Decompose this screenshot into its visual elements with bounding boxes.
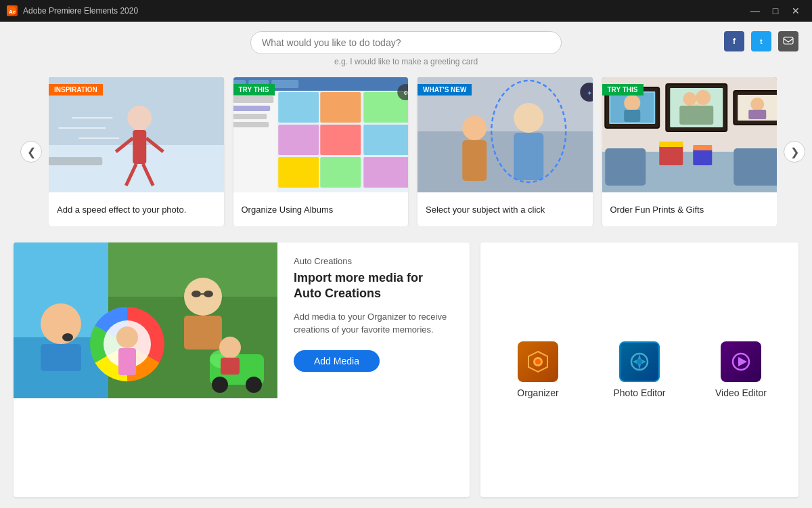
close-button[interactable]: ✕ bbox=[786, 1, 805, 20]
svg-rect-32 bbox=[363, 125, 408, 155]
card-label-1: Add a speed effect to your photo. bbox=[49, 192, 224, 226]
svg-rect-4 bbox=[784, 37, 793, 44]
svg-point-7 bbox=[127, 106, 152, 130]
search-input[interactable] bbox=[250, 31, 562, 54]
svg-point-40 bbox=[514, 103, 543, 133]
svg-rect-28 bbox=[320, 92, 361, 123]
maximize-button[interactable]: □ bbox=[766, 1, 785, 20]
svg-rect-65 bbox=[734, 148, 777, 186]
auto-creations-image bbox=[14, 242, 277, 398]
svg-rect-31 bbox=[320, 125, 361, 155]
video-editor-app-item[interactable]: Video Editor bbox=[697, 341, 785, 398]
card-image-3: ✦ WHAT'S NEW bbox=[418, 77, 593, 192]
search-hint: e.g. I would like to make a greeting car… bbox=[334, 57, 478, 66]
organizer-app-name: Organizer bbox=[517, 387, 558, 398]
svg-text:Ae: Ae bbox=[9, 9, 16, 15]
cards-container: INSPIRATION Add a speed effect to your p… bbox=[49, 77, 777, 226]
svg-text:t: t bbox=[760, 38, 763, 45]
next-arrow[interactable]: ❯ bbox=[784, 141, 805, 163]
cards-section: ❮ bbox=[0, 72, 812, 232]
card-prints[interactable]: TRY THIS Order Fun Prints & Gifts bbox=[602, 77, 777, 226]
svg-rect-91 bbox=[221, 358, 240, 375]
main-content: e.g. I would like to make a greeting car… bbox=[0, 22, 812, 508]
svg-text:f: f bbox=[733, 37, 736, 46]
svg-point-84 bbox=[116, 326, 138, 348]
auto-creations-content: Auto Creations Import more media for Aut… bbox=[277, 242, 470, 497]
app-launcher: Organizer Photo Editor bbox=[480, 242, 798, 497]
svg-rect-67 bbox=[659, 142, 683, 147]
svg-text:✦: ✦ bbox=[587, 89, 592, 97]
svg-point-74 bbox=[41, 303, 81, 344]
photo-editor-app-item[interactable]: Photo Editor bbox=[595, 341, 683, 398]
video-editor-app-name: Video Editor bbox=[715, 387, 767, 398]
card-badge-trythis-1: TRY THIS bbox=[233, 84, 275, 96]
svg-rect-64 bbox=[605, 148, 646, 186]
svg-rect-52 bbox=[624, 110, 640, 122]
svg-point-96 bbox=[637, 359, 642, 364]
card-label-2: Organize Using Albums bbox=[233, 192, 409, 226]
svg-rect-26 bbox=[233, 122, 269, 127]
social-icons: f t bbox=[724, 31, 798, 51]
svg-rect-35 bbox=[363, 157, 408, 188]
svg-text:⚙: ⚙ bbox=[403, 90, 407, 96]
card-label-4: Order Fun Prints & Gifts bbox=[602, 192, 777, 226]
svg-rect-21 bbox=[271, 80, 298, 88]
card-badge-trythis-2: TRY THIS bbox=[602, 84, 644, 96]
card-inspiration[interactable]: INSPIRATION Add a speed effect to your p… bbox=[49, 77, 224, 226]
video-editor-icon-wrap bbox=[721, 341, 761, 382]
card-label-3: Select your subject with a click bbox=[418, 192, 593, 226]
photo-editor-icon-wrap bbox=[619, 341, 660, 382]
card-badge-whatsnew: WHAT'S NEW bbox=[418, 84, 472, 96]
svg-point-87 bbox=[212, 377, 228, 393]
card-albums[interactable]: ⚙ TRY THIS Organize Using Albums bbox=[233, 77, 409, 226]
svg-marker-98 bbox=[738, 357, 747, 366]
chevron-left-icon: ❮ bbox=[27, 146, 36, 158]
svg-rect-66 bbox=[659, 145, 683, 165]
svg-rect-69 bbox=[693, 145, 712, 150]
card-badge-inspiration: INSPIRATION bbox=[49, 84, 103, 96]
topbar: e.g. I would like to make a greeting car… bbox=[0, 22, 812, 72]
svg-rect-41 bbox=[514, 133, 543, 180]
svg-point-79 bbox=[191, 291, 201, 297]
svg-point-42 bbox=[462, 116, 487, 140]
organizer-app-item[interactable]: Organizer bbox=[494, 341, 582, 398]
svg-point-61 bbox=[750, 98, 764, 111]
svg-rect-27 bbox=[278, 92, 319, 123]
svg-rect-16 bbox=[49, 157, 102, 165]
organizer-icon-wrap bbox=[518, 341, 558, 382]
card-image-2: ⚙ TRY THIS bbox=[233, 77, 409, 192]
auto-creations-panel: Auto Creations Import more media for Aut… bbox=[14, 242, 470, 497]
card-image-1: INSPIRATION bbox=[49, 77, 224, 192]
svg-point-90 bbox=[219, 337, 241, 358]
auto-creations-label: Auto Creations bbox=[294, 256, 453, 266]
twitter-icon[interactable]: t bbox=[751, 31, 771, 51]
app-title: Adobe Premiere Elements 2020 bbox=[23, 6, 746, 16]
message-icon[interactable] bbox=[778, 31, 798, 51]
app-icon: Ae bbox=[7, 5, 18, 16]
facebook-icon[interactable]: f bbox=[724, 31, 744, 51]
titlebar: Ae Adobe Premiere Elements 2020 — □ ✕ bbox=[0, 0, 812, 22]
minimize-button[interactable]: — bbox=[746, 1, 765, 20]
svg-point-77 bbox=[184, 278, 222, 316]
photo-editor-app-name: Photo Editor bbox=[613, 387, 665, 398]
chevron-right-icon: ❯ bbox=[790, 146, 799, 158]
svg-point-76 bbox=[62, 333, 73, 341]
card-image-4: TRY THIS bbox=[602, 77, 777, 192]
svg-rect-23 bbox=[233, 96, 273, 103]
svg-rect-30 bbox=[278, 125, 319, 155]
svg-rect-43 bbox=[462, 140, 487, 181]
card-subject[interactable]: ✦ WHAT'S NEW Select your subject with a … bbox=[418, 77, 593, 226]
search-wrapper bbox=[250, 31, 562, 54]
svg-rect-8 bbox=[133, 130, 146, 164]
svg-rect-62 bbox=[748, 110, 766, 119]
svg-rect-75 bbox=[41, 344, 81, 371]
prev-arrow[interactable]: ❮ bbox=[20, 141, 42, 163]
auto-creations-description: Add media to your Organizer to receive c… bbox=[294, 310, 453, 337]
svg-point-55 bbox=[683, 92, 696, 106]
add-media-button[interactable]: Add Media bbox=[294, 350, 380, 372]
auto-creations-title: Import more media for Auto Creations bbox=[294, 270, 453, 302]
svg-rect-25 bbox=[233, 114, 267, 119]
svg-rect-58 bbox=[679, 106, 713, 125]
svg-rect-85 bbox=[118, 348, 136, 375]
svg-point-88 bbox=[246, 377, 262, 393]
